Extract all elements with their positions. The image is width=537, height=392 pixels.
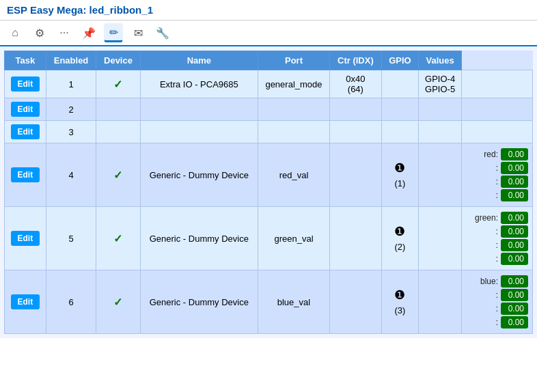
name-cell (258, 98, 330, 121)
value-label: : (472, 177, 498, 186)
edit-cell: Edit (5, 121, 46, 143)
value-label: blue: (472, 277, 498, 286)
title-bar: ESP Easy Mega: led_ribbon_1 (0, 0, 537, 20)
edit-button[interactable]: Edit (11, 102, 40, 117)
value-row: :0.00 (466, 176, 528, 188)
wrench-icon[interactable]: 🔧 (153, 23, 172, 42)
device-cell: Generic - Dummy Device (140, 270, 258, 334)
device-cell (140, 98, 258, 121)
value-label: : (472, 304, 498, 313)
name-cell: green_val (258, 207, 330, 270)
gpio-cell (418, 207, 461, 270)
ctr-number: (2) (394, 242, 405, 252)
task-number: 2 (46, 98, 96, 121)
value-box: 0.00 (501, 148, 528, 160)
pin-icon[interactable]: 📌 (79, 23, 98, 42)
value-label: : (472, 191, 498, 200)
edit-cell: Edit (5, 143, 46, 207)
value-row: green:0.00 (466, 212, 528, 224)
ctr-number: (1) (394, 178, 405, 188)
edit-button[interactable]: Edit (11, 124, 40, 139)
edit-cell: Edit (5, 207, 46, 270)
edit-cell: Edit (5, 270, 46, 334)
ctr-cell (381, 70, 418, 98)
values-cell (462, 70, 533, 98)
value-row: :0.00 (466, 239, 528, 251)
value-box: 0.00 (501, 316, 528, 328)
tasks-table: Task Enabled Device Name Port Ctr (IDX) … (4, 51, 533, 334)
table-row: Edit1✓Extra IO - PCA9685general_mode0x40… (5, 70, 533, 98)
port-cell (329, 207, 381, 270)
ctr-badge: ❶ (394, 161, 405, 175)
mail-icon[interactable]: ✉ (128, 23, 148, 42)
values-cell: blue:0.00:0.00:0.00:0.00 (462, 270, 533, 334)
values-cell: red:0.00:0.00:0.00:0.00 (462, 143, 533, 207)
ctr-cell: ❶(2) (381, 207, 418, 270)
col-gpio: GPIO (381, 51, 418, 70)
value-row: red:0.00 (466, 148, 528, 160)
edit-button[interactable]: Edit (11, 231, 40, 246)
col-task: Task (5, 51, 46, 70)
table-row: Edit5✓Generic - Dummy Devicegreen_val❶(2… (5, 207, 533, 270)
value-row: :0.00 (466, 289, 528, 301)
values-cell: green:0.00:0.00:0.00:0.00 (462, 207, 533, 270)
col-port: Port (258, 51, 330, 70)
table-container: Task Enabled Device Name Port Ctr (IDX) … (0, 46, 537, 338)
tool-icon[interactable]: ✏ (104, 23, 123, 42)
ctr-number: (3) (394, 305, 405, 316)
dots-icon[interactable]: ··· (55, 23, 74, 42)
task-number: 3 (46, 121, 96, 143)
value-box: 0.00 (501, 275, 528, 288)
table-row: Edit2 (5, 98, 533, 121)
col-ctr: Ctr (IDX) (329, 51, 381, 70)
gpio-cell: GPIO-4GPIO-5 (418, 70, 461, 98)
table-row: Edit6✓Generic - Dummy Deviceblue_val❶(3)… (5, 270, 533, 334)
value-box: 0.00 (501, 239, 528, 251)
ctr-cell: ❶(3) (381, 270, 418, 334)
gpio-cell (418, 98, 461, 121)
enabled-cell: ✓ (96, 270, 140, 334)
value-label: : (472, 163, 498, 173)
task-number: 6 (46, 270, 96, 334)
value-row: :0.00 (466, 303, 528, 315)
device-cell: Generic - Dummy Device (140, 207, 258, 270)
device-cell: Generic - Dummy Device (140, 143, 258, 207)
gpio-cell (418, 121, 461, 143)
table-row: Edit4✓Generic - Dummy Devicered_val❶(1)r… (5, 143, 533, 207)
gear-icon[interactable]: ⚙ (30, 23, 49, 42)
value-box: 0.00 (501, 303, 528, 315)
edit-cell: Edit (5, 98, 46, 121)
value-box: 0.00 (501, 162, 528, 174)
value-label: green: (472, 213, 498, 223)
gpio-cell (418, 270, 461, 334)
values-cell (462, 98, 533, 121)
value-box: 0.00 (501, 212, 528, 224)
port-cell: 0x40(64) (329, 70, 381, 98)
value-box: 0.00 (501, 176, 528, 188)
table-header-row: Task Enabled Device Name Port Ctr (IDX) … (5, 51, 533, 70)
value-box: 0.00 (501, 225, 528, 238)
values-cell (462, 121, 533, 143)
task-number: 5 (46, 207, 96, 270)
name-cell: blue_val (258, 270, 330, 334)
value-row: :0.00 (466, 162, 528, 174)
edit-button[interactable]: Edit (11, 294, 40, 309)
page-title: ESP Easy Mega: led_ribbon_1 (7, 4, 530, 16)
port-cell (329, 98, 381, 121)
edit-cell: Edit (5, 70, 46, 98)
home-icon[interactable]: ⌂ (5, 23, 25, 42)
ctr-cell (381, 98, 418, 121)
edit-button[interactable]: Edit (11, 167, 40, 182)
enabled-cell: ✓ (96, 207, 140, 270)
ctr-cell (381, 121, 418, 143)
value-box: 0.00 (501, 289, 528, 301)
edit-button[interactable]: Edit (11, 76, 40, 92)
nav-bar: ⌂⚙···📌✏✉🔧 (0, 20, 537, 46)
value-label: : (472, 318, 498, 327)
ctr-badge: ❶ (394, 225, 405, 238)
name-cell (258, 121, 330, 143)
value-row: :0.00 (466, 316, 528, 328)
value-row: :0.00 (466, 225, 528, 238)
ctr-cell: ❶(1) (381, 143, 418, 207)
name-cell: general_mode (258, 70, 330, 98)
